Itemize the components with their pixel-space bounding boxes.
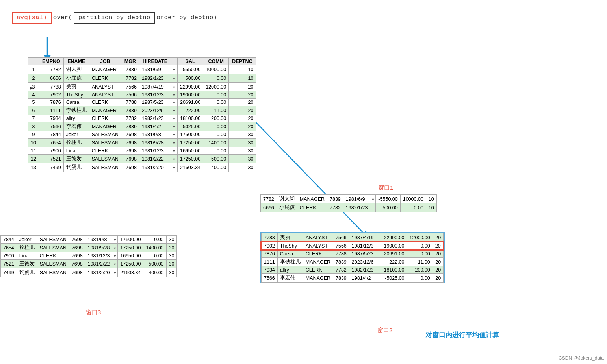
table-cell: 谢大脚 bbox=[63, 65, 89, 74]
table-cell: 狗蛋儿 bbox=[63, 163, 89, 172]
table-row: 7521王德发SALESMAN76981981/2/22▼17250.00500… bbox=[1, 260, 177, 268]
table-cell: ANALYST bbox=[303, 242, 333, 250]
table-cell: 22990.00 bbox=[381, 233, 407, 242]
table-cell: -5550.00 bbox=[177, 65, 203, 74]
table-cell: 7521 bbox=[1, 260, 17, 268]
table-cell: TheShy bbox=[63, 91, 89, 99]
drop-col: ▼ bbox=[112, 268, 118, 277]
table-row: 26666小屁孩CLERK77821982/1/23▼500.000.0010 bbox=[28, 74, 256, 83]
table-cell: 10 bbox=[426, 195, 436, 203]
table-cell: 16950.00 bbox=[118, 252, 143, 260]
table-cell: 7902 bbox=[39, 91, 63, 99]
table-row: 137499狗蛋儿SALESMAN76981981/2/20▼21603.344… bbox=[28, 163, 256, 172]
table-cell: 20 bbox=[433, 258, 443, 266]
table-cell: 7698 bbox=[121, 163, 139, 172]
table-cell: 20691.00 bbox=[177, 99, 203, 106]
table-cell: MANAGER bbox=[303, 274, 333, 283]
window1-wrapper: 7782谢大脚MANAGER78391981/6/9▼-5550.0010000… bbox=[260, 194, 437, 212]
table-cell: 7566 bbox=[333, 233, 349, 242]
table-cell: 20 bbox=[433, 250, 443, 258]
table-cell: 1981/9/8 bbox=[139, 131, 171, 139]
table-cell: 7566 bbox=[121, 83, 139, 91]
table-row: 7876CarsaCLERK77881987/5/2320691.000.002… bbox=[261, 250, 444, 258]
window1-label: 窗口1 bbox=[378, 184, 393, 192]
row-num-col: 5 bbox=[28, 99, 39, 106]
table-cell: 1987/4/19 bbox=[349, 233, 376, 242]
table-cell: SALESMAN bbox=[37, 244, 69, 252]
table-cell: 30 bbox=[166, 236, 177, 244]
table-cell: 王德发 bbox=[63, 155, 89, 163]
row-num-col: 13 bbox=[28, 163, 39, 172]
row-num-col: 7 bbox=[28, 115, 39, 122]
svg-line-2 bbox=[240, 106, 370, 240]
table-cell: 30 bbox=[229, 155, 256, 163]
table-row: 7934allryCLERK77821982/1/2318100.00200.0… bbox=[261, 266, 444, 274]
table-cell: 11.00 bbox=[203, 106, 229, 115]
table-cell: 1981/2/22 bbox=[139, 155, 171, 163]
table-cell: 谢大脚 bbox=[277, 195, 297, 203]
table-row: 47902TheShyANALYST75661981/12/3▼19000.00… bbox=[28, 91, 256, 99]
table-cell: SALESMAN bbox=[89, 139, 121, 147]
table-cell: SALESMAN bbox=[37, 260, 69, 268]
window2-wrapper: 7788美丽ANALYST75661987/4/1922990.0012000.… bbox=[260, 232, 445, 283]
table-row: 57876CarsaCLERK77881987/5/23▼20691.000.0… bbox=[28, 99, 256, 106]
table-cell: 16950.00 bbox=[177, 147, 203, 155]
table-cell: 500.00 bbox=[376, 203, 400, 212]
table-cell: 17250.00 bbox=[118, 244, 143, 252]
table-cell: SALESMAN bbox=[89, 163, 121, 172]
table-cell: 7839 bbox=[333, 258, 349, 266]
table-cell: 7698 bbox=[121, 139, 139, 147]
drop-col: ▼ bbox=[171, 131, 177, 139]
table-cell: 7844 bbox=[1, 236, 17, 244]
main-table: EMPNO ENAME JOB MGR HIREDATE SAL COMM DE… bbox=[28, 57, 256, 172]
table-cell: ANALYST bbox=[303, 233, 333, 242]
table-cell: 1981/9/8 bbox=[85, 236, 112, 244]
main-table-header: EMPNO ENAME JOB MGR HIREDATE SAL COMM DE… bbox=[28, 58, 256, 65]
table-cell: MANAGER bbox=[89, 65, 121, 74]
table-cell: 7698 bbox=[121, 155, 139, 163]
table-cell: 1981/4/2 bbox=[349, 274, 376, 283]
window3-wrapper: 7844JokerSALESMAN76981981/9/8▼17500.000.… bbox=[0, 235, 177, 277]
table-cell: SALESMAN bbox=[37, 236, 69, 244]
drop-col: ▼ bbox=[171, 115, 177, 122]
table-cell: 2023/12/6 bbox=[139, 106, 171, 115]
table-cell: 30 bbox=[166, 260, 177, 268]
drop-col: ▼ bbox=[171, 155, 177, 163]
table-cell: 0.00 bbox=[203, 99, 229, 106]
table-row: 6666小屁孩CLERK77821982/1/23500.000.0010 bbox=[261, 203, 437, 212]
row-num-col: 11 bbox=[28, 147, 39, 155]
formula-order: order by deptno) bbox=[155, 13, 219, 23]
table-cell: 1981/2/20 bbox=[85, 268, 112, 277]
table-cell: 11.00 bbox=[407, 258, 433, 266]
table-cell: CLERK bbox=[89, 147, 121, 155]
table-cell: 7902 bbox=[261, 242, 277, 250]
table-cell: 7654 bbox=[39, 139, 63, 147]
window2-table: 7788美丽ANALYST75661987/4/1922990.0012000.… bbox=[261, 233, 444, 283]
col-mgr: MGR bbox=[121, 58, 139, 65]
table-cell: 1982/1/23 bbox=[139, 115, 171, 122]
table-cell: CLERK bbox=[89, 115, 121, 122]
table-cell: 18100.00 bbox=[177, 115, 203, 122]
table-cell: 1981/4/2 bbox=[139, 122, 171, 131]
table-cell: CLERK bbox=[89, 99, 121, 106]
table-cell: 0.00 bbox=[203, 74, 229, 83]
table-cell: Lina bbox=[17, 252, 37, 260]
drop-col: ▼ bbox=[112, 236, 118, 244]
table-row: 1111李铁柱儿MANAGER78392023/12/6222.0011.002… bbox=[261, 258, 444, 266]
table-cell: Lina bbox=[63, 147, 89, 155]
table-cell: 1400.00 bbox=[143, 244, 166, 252]
table-cell: 李宏伟 bbox=[63, 122, 89, 131]
table-cell: Carsa bbox=[63, 99, 89, 106]
watermark: CSDN @Jokers_data bbox=[559, 355, 604, 361]
drop-col bbox=[376, 274, 381, 283]
table-cell: 17250.00 bbox=[177, 155, 203, 163]
row-num-col: 10 bbox=[28, 139, 39, 147]
table-cell: 20 bbox=[229, 83, 256, 91]
table-cell: 美丽 bbox=[277, 233, 303, 242]
table-cell: 0.00 bbox=[407, 274, 433, 283]
table-row: 7566李宏伟MANAGER78391981/4/2-5025.000.0020 bbox=[261, 274, 444, 283]
table-cell: 7654 bbox=[1, 244, 17, 252]
table-cell: Joker bbox=[17, 236, 37, 244]
table-row: 7900LinaCLERK76981981/12/3▼16950.000.003… bbox=[1, 252, 177, 260]
table-cell: 7521 bbox=[39, 155, 63, 163]
